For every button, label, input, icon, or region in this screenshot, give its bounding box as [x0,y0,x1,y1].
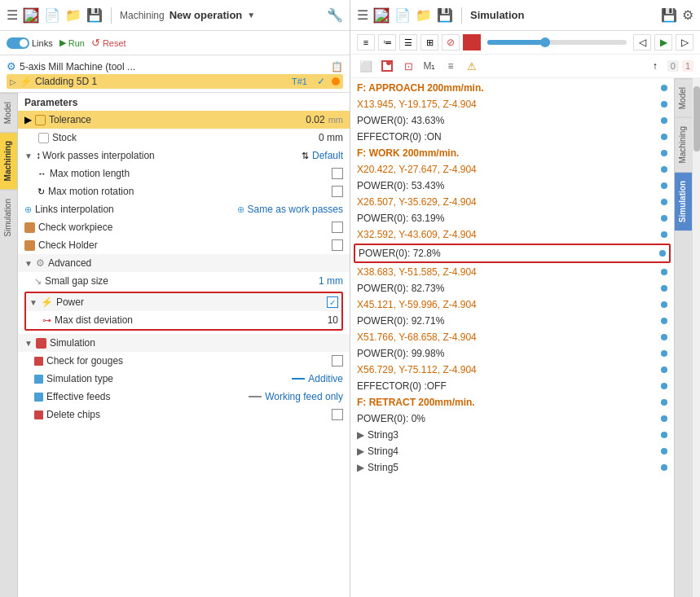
sidebar-item-simulation-left[interactable]: Simulation [0,190,17,245]
sim-progress-bar[interactable] [487,40,627,45]
work-passes-row[interactable]: ▼ ↕ Work passes interpolation ⇅ Default [18,147,350,165]
sim-align-right-btn[interactable]: ☰ [399,34,417,50]
list-item[interactable]: POWER(0): 0% [350,410,674,427]
sim-icon-3[interactable]: ⊡ [399,57,417,75]
delete-chips-row[interactable]: Delete chips [18,406,350,424]
sim-icon-2[interactable] [378,57,396,75]
max-motion-length-row[interactable]: ↔ Max motion length [18,165,350,182]
list-item[interactable]: X45.121, Y-59.996, Z-4.904 [350,296,674,313]
sim-icon-4[interactable]: M₁ [420,57,438,75]
sidebar-item-model-right[interactable]: Model [675,78,692,117]
power-row[interactable]: ▼ ⚡ Power ✓ [26,293,341,311]
sim-prev-btn[interactable]: ◁ [633,34,651,50]
list-item[interactable]: POWER(0): 72.8% [355,245,669,261]
simulation-icon [36,338,46,349]
sim-arrow-up-btn[interactable]: ↑ [646,57,664,75]
new-doc-icon[interactable]: 📄 [44,7,60,23]
list-dot [661,367,667,373]
scrollbar-thumb[interactable] [693,86,700,151]
run-button[interactable]: ▶ Run [59,37,85,48]
check-workpiece-icon [24,222,35,233]
sim-play-btn[interactable]: ▶ [654,34,672,50]
sim-icon-warning[interactable]: ⚠ [463,57,481,75]
sim-save-icon[interactable]: 💾 [661,7,677,23]
max-motion-rotation-checkbox[interactable] [332,186,343,197]
links-interp-row[interactable]: ⊕ Links interpolation ⊕ Same as work pas… [18,200,350,218]
list-item[interactable]: EFFECTOR(0) :ON [350,129,674,145]
list-item[interactable]: ▶ String4 [350,443,674,459]
save-doc-icon[interactable]: 💾 [86,7,103,23]
list-item[interactable]: X38.683, Y-51.585, Z-4.904 [350,264,674,280]
work-passes-expand: ▼ [24,151,33,160]
sidebar-item-simulation-right[interactable]: Simulation [675,172,692,230]
list-item[interactable]: F: APPROACH 200mm/min. [350,80,674,96]
small-gap-value: 1 mm [319,275,343,287]
list-item[interactable]: F: RETRACT 200mm/min. [350,394,674,410]
list-item[interactable]: POWER(0): 82.73% [350,280,674,296]
tolerance-row[interactable]: ▶ Tolerance 0.02 mm [18,111,350,129]
stock-row[interactable]: Stock 0 mm [18,129,350,147]
max-motion-rotation-row[interactable]: ↻ Max motion rotation [18,182,350,200]
sim-next-btn[interactable]: ▷ [676,34,693,50]
right-hamburger-icon[interactable]: ☰ [357,7,368,23]
right-open-icon[interactable]: 📁 [416,7,432,23]
delete-chips-checkbox[interactable] [332,409,343,420]
check-workpiece-checkbox[interactable] [332,222,343,233]
hamburger-icon[interactable]: ☰ [7,7,18,23]
check-holder-row[interactable]: Check Holder [18,236,350,254]
list-item[interactable]: POWER(0): 99.98% [350,345,674,362]
list-item[interactable]: F: WORK 200mm/min. [350,145,674,161]
check-workpiece-row[interactable]: Check workpiece [18,218,350,236]
sim-align-left-btn[interactable]: ≡ [357,34,375,50]
right-doc-icon[interactable]: 📄 [394,7,411,23]
list-item[interactable]: X20.422, Y-27.647, Z-4.904 [350,161,674,178]
coord-2: X20.422, Y-27.647, Z-4.904 [357,164,658,175]
list-item[interactable]: X51.766, Y-68.658, Z-4.904 [350,329,674,345]
wrench-icon[interactable]: 🔧 [327,7,343,23]
list-item[interactable]: POWER(0): 63.19% [350,210,674,226]
max-dist-row[interactable]: ⊶ Max dist deviation 10 [26,311,341,329]
list-item[interactable]: ▶ String5 [350,459,674,476]
simulation-row[interactable]: ▼ Simulation [18,334,350,352]
sim-settings-icon[interactable]: ⚙ [682,7,693,23]
check-gouges-checkbox[interactable] [332,355,343,367]
sim-icon-5[interactable]: ≡ [442,57,460,75]
list-item[interactable]: X32.592, Y-43.609, Z-4.904 [350,226,674,243]
right-app-logo [373,7,390,24]
advanced-row[interactable]: ▼ ⚙ Advanced [18,254,350,272]
right-save-icon[interactable]: 💾 [437,7,453,23]
list-item[interactable]: X13.945, Y-19.175, Z-4.904 [350,96,674,112]
op-expand-icon: ▷ [10,77,16,86]
scrollbar-right[interactable] [692,78,700,597]
sidebar-item-machining[interactable]: Machining [0,132,17,189]
open-doc-icon[interactable]: 📁 [65,7,81,23]
max-motion-length-checkbox[interactable] [332,168,343,179]
reset-button[interactable]: ↺ Reset [91,37,126,49]
eff-feeds-row[interactable]: Effective feeds Working feed only [18,388,350,406]
list-item[interactable]: X26.507, Y-35.629, Z-4.904 [350,194,674,210]
breadcrumb: Machining [120,10,165,21]
list-item[interactable]: POWER(0): 92.71% [350,313,674,329]
list-item[interactable]: X56.729, Y-75.112, Z-4.904 [350,362,674,378]
list-item[interactable]: POWER(0): 53.43% [350,178,674,194]
sim-stop-btn[interactable]: ⊘ [442,34,460,50]
machine-item[interactable]: ⚙ 5-axis Mill Machine (tool ... 📋 [7,59,343,74]
links-toggle-button[interactable]: Links [7,37,53,49]
sim-list-btn[interactable]: ≔ [378,34,396,50]
list-item[interactable]: ▶ String3 [350,427,674,443]
sidebar-item-machining-right[interactable]: Machining [675,117,692,172]
sim-red-square-btn[interactable] [463,34,481,50]
sim-progress-thumb[interactable] [540,37,550,47]
small-gap-row[interactable]: ↘ Small gap size 1 mm [18,272,350,290]
check-gouges-row[interactable]: Check for gouges [18,352,350,370]
sim-grid-btn[interactable]: ⊞ [420,34,438,50]
list-item[interactable]: POWER(0): 43.63% [350,112,674,129]
operation-item[interactable]: ▷ ⚡ Cladding 5D 1 T#1 ✓ [7,74,343,89]
dropdown-arrow-icon[interactable]: ▼ [247,11,255,20]
sim-type-row[interactable]: Simulation type Additive [18,370,350,388]
sidebar-item-model[interactable]: Model [0,93,17,132]
check-holder-checkbox[interactable] [332,239,343,251]
list-item[interactable]: EFFECTOR(0) :OFF [350,378,674,394]
power-checkbox[interactable]: ✓ [327,296,338,308]
sim-icon-1[interactable]: ⬜ [357,57,375,75]
